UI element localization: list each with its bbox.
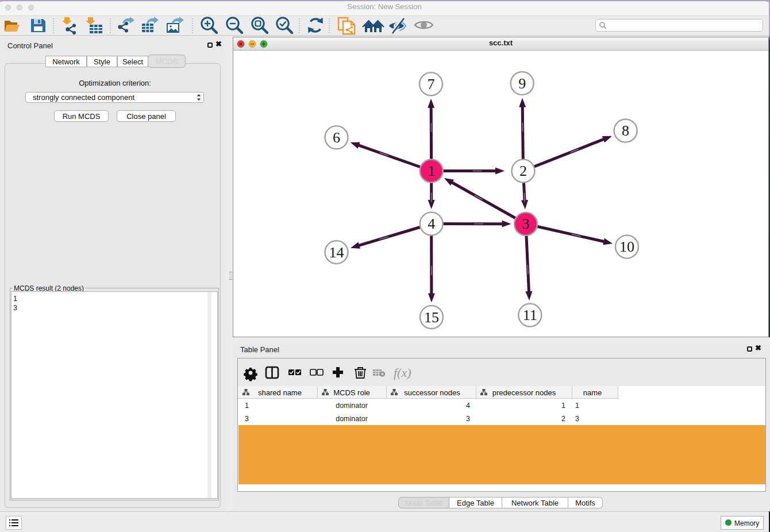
svg-text:3: 3 (245, 415, 249, 423)
svg-text:1: 1 (561, 402, 565, 410)
svg-text:14: 14 (329, 244, 344, 261)
svg-text:3: 3 (522, 215, 530, 232)
svg-text:1: 1 (575, 402, 579, 410)
svg-text:shared name: shared name (258, 388, 302, 397)
svg-text:2: 2 (561, 415, 565, 423)
svg-text:MCDS role: MCDS role (333, 388, 370, 397)
svg-text:dominator: dominator (336, 415, 368, 423)
svg-text:predecessor nodes: predecessor nodes (492, 388, 556, 397)
svg-text:1: 1 (245, 402, 249, 410)
svg-text:1: 1 (428, 163, 435, 179)
svg-text:name: name (583, 388, 602, 397)
svg-text:f(x): f(x) (394, 365, 411, 380)
svg-text:successor nodes: successor nodes (404, 388, 460, 397)
svg-text:8: 8 (622, 122, 629, 139)
svg-text:15: 15 (424, 309, 439, 326)
svg-text:3: 3 (575, 415, 579, 423)
svg-text:9: 9 (518, 75, 526, 92)
svg-text:4: 4 (466, 402, 470, 410)
svg-text:2: 2 (519, 163, 527, 179)
svg-text:7: 7 (428, 76, 435, 92)
svg-text:3: 3 (466, 415, 470, 423)
svg-text:6: 6 (333, 129, 340, 146)
svg-text:4: 4 (428, 215, 435, 232)
svg-text:11: 11 (523, 307, 537, 323)
svg-text:dominator: dominator (336, 402, 368, 410)
svg-text:10: 10 (619, 238, 634, 255)
